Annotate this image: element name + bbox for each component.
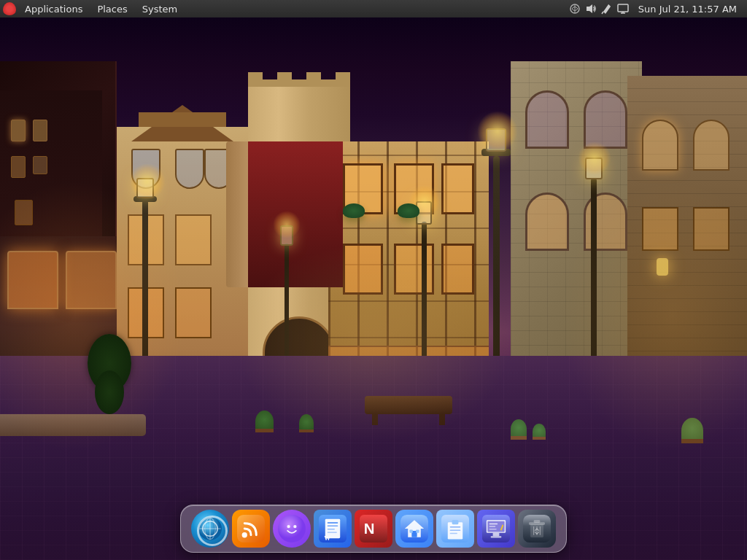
svg-rect-45	[489, 529, 497, 529]
panel-right: Sun Jul 21, 11:57 AM	[568, 0, 747, 18]
dock-icon-home[interactable]	[395, 510, 433, 548]
svg-rect-13	[237, 515, 265, 542]
svg-rect-30	[409, 529, 412, 532]
dock-icon-trash[interactable]	[518, 510, 556, 548]
svg-rect-22	[328, 529, 335, 529]
svg-rect-34	[452, 520, 459, 524]
clock[interactable]: Sun Jul 21, 11:57 AM	[632, 4, 743, 15]
svg-rect-44	[489, 526, 496, 526]
svg-rect-35	[450, 526, 461, 527]
svg-point-12	[205, 518, 216, 539]
dock: W N	[180, 505, 567, 553]
network-icon[interactable]	[568, 2, 581, 15]
svg-text:W: W	[324, 534, 330, 542]
dock-icon-nedit[interactable]: N	[355, 510, 392, 548]
svg-point-16	[287, 525, 290, 528]
applications-menu[interactable]: Applications	[18, 0, 90, 18]
dock-icon-writer[interactable]: W	[314, 510, 352, 548]
hanging-basket-left	[343, 203, 365, 218]
svg-point-7	[198, 517, 222, 540]
desktop: ⏰ Sport	[0, 18, 747, 560]
volume-icon[interactable]	[584, 2, 597, 15]
light-glow-right	[560, 180, 747, 451]
dock-container: W N	[180, 505, 567, 553]
svg-line-3	[602, 12, 603, 14]
light-glow-center	[224, 235, 523, 452]
svg-rect-4	[618, 4, 628, 12]
svg-rect-33	[448, 522, 462, 539]
svg-point-17	[293, 525, 296, 528]
bush-left	[95, 370, 124, 414]
display-icon[interactable]	[616, 2, 630, 15]
svg-rect-43	[489, 524, 498, 524]
gnome-logo[interactable]	[3, 2, 16, 15]
plant-right2	[533, 424, 546, 440]
dock-icon-browser[interactable]	[191, 510, 229, 548]
svg-text:N: N	[364, 520, 375, 537]
places-menu[interactable]: Places	[90, 0, 134, 18]
svg-rect-42	[491, 536, 502, 537]
svg-rect-21	[328, 526, 338, 526]
system-menu[interactable]: System	[135, 0, 185, 18]
dock-icon-clipboard[interactable]	[436, 510, 474, 548]
svg-rect-41	[493, 533, 500, 536]
dock-icon-rss[interactable]	[232, 510, 270, 548]
svg-point-14	[242, 532, 247, 537]
dock-icon-settings[interactable]	[477, 510, 515, 548]
dock-icon-chat[interactable]	[273, 510, 311, 548]
svg-rect-50	[534, 520, 541, 523]
svg-rect-37	[450, 533, 457, 534]
svg-marker-2	[587, 4, 592, 13]
svg-point-9	[203, 521, 217, 536]
input-icon[interactable]	[600, 2, 614, 15]
hanging-basket-right	[398, 203, 419, 218]
svg-point-15	[278, 515, 306, 542]
panel-left: Applications Places System	[0, 0, 185, 18]
svg-point-8	[198, 517, 222, 540]
svg-rect-23	[328, 532, 337, 532]
top-panel: Applications Places System	[0, 0, 747, 18]
svg-rect-36	[450, 529, 461, 530]
light-glow-left	[0, 180, 187, 451]
svg-rect-20	[328, 522, 338, 523]
svg-rect-31	[416, 529, 419, 532]
